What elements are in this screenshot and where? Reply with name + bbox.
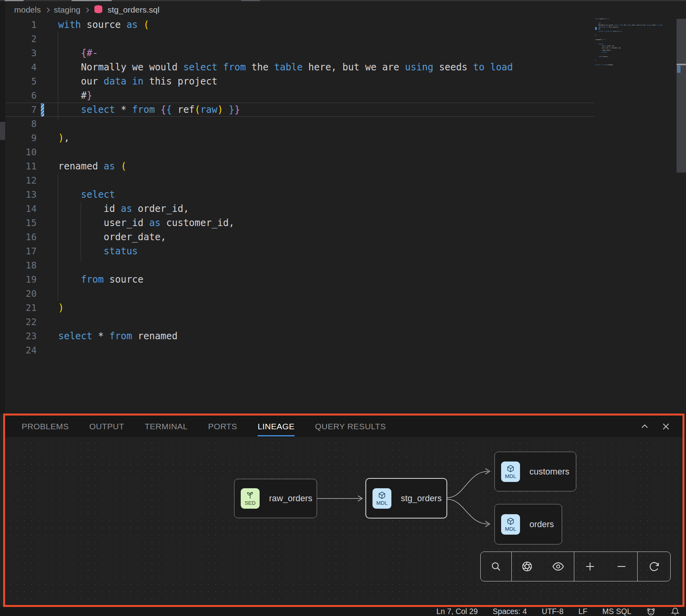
code-line[interactable]: 14 id as order_id, (0, 202, 595, 216)
code-line[interactable]: 9), (0, 131, 595, 145)
line-number: 15 (0, 216, 37, 230)
line-number: 8 (0, 117, 37, 131)
collapse-panel-chevron-up-icon[interactable] (640, 422, 649, 431)
cursor-position[interactable]: Ln 7, Col 29 (436, 607, 478, 616)
code-line[interactable]: 8 (0, 117, 595, 131)
refresh-button[interactable] (648, 561, 660, 572)
code-line[interactable]: 1with source as ( (0, 18, 595, 32)
breadcrumb-item-file[interactable]: stg_orders.sql (107, 5, 159, 15)
language-mode[interactable]: MS SQL (602, 607, 631, 616)
code-line[interactable]: 15 user_id as customer_id, (0, 216, 595, 230)
line-number: 14 (0, 202, 37, 216)
tab-ports[interactable]: PORTS (208, 422, 237, 431)
line-number: 1 (0, 18, 37, 32)
eol-setting[interactable]: LF (579, 607, 588, 616)
code-line[interactable]: 2 (0, 32, 595, 46)
code-line[interactable]: 23select * from renamed (0, 329, 595, 343)
line-number: 16 (0, 230, 37, 244)
node-badge: MDL (505, 526, 516, 532)
tab-output[interactable]: OUTPUT (89, 422, 124, 431)
code-line[interactable]: 16 order_date, (0, 230, 595, 244)
lineage-node-customers[interactable]: MDL customers (494, 452, 576, 491)
breadcrumb-item-models[interactable]: models (14, 5, 41, 15)
seed-icon: SED (241, 488, 260, 509)
code-line[interactable]: 22 (0, 315, 595, 329)
code-line[interactable]: 11renamed as ( (0, 159, 595, 173)
node-badge: MDL (376, 500, 388, 506)
lineage-node-orders[interactable]: MDL orders (494, 504, 562, 544)
modified-line-marker (41, 103, 44, 116)
line-number: 2 (0, 32, 37, 46)
indentation-setting[interactable]: Spaces: 4 (493, 607, 527, 616)
line-number: 5 (0, 74, 37, 88)
robot-face-icon[interactable] (646, 607, 656, 616)
line-number: 3 (0, 46, 37, 60)
line-number: 20 (0, 287, 37, 301)
code-line[interactable]: 24 (0, 343, 595, 357)
minimap[interactable]: 1with source as (23 {#-4 Normally we wou… (595, 18, 674, 73)
tab-problems[interactable]: PROBLEMS (22, 422, 69, 431)
line-number: 18 (0, 258, 37, 272)
code-line[interactable]: 21) (0, 301, 595, 315)
zoom-in-button[interactable] (584, 561, 596, 572)
lineage-toolbar (480, 552, 671, 581)
lineage-node-stg_orders[interactable]: MDL stg_orders (365, 478, 447, 519)
tab-terminal[interactable]: TERMINAL (145, 422, 188, 431)
visibility-button[interactable] (552, 560, 564, 573)
node-badge: MDL (505, 473, 516, 479)
search-icon (490, 561, 502, 572)
minus-icon (616, 561, 627, 572)
indent-guide (81, 202, 81, 261)
search-button[interactable] (490, 561, 502, 572)
model-icon: MDL (373, 488, 391, 509)
model-icon: MDL (501, 514, 520, 535)
lineage-canvas[interactable]: SED raw_orders MDL stg_orders MDL custom… (5, 437, 682, 605)
overview-modified-marker (677, 66, 680, 73)
line-number: 4 (0, 60, 37, 74)
code-line[interactable]: 17 status (0, 244, 595, 258)
code-line[interactable]: 19 from source (0, 272, 595, 287)
line-number: 10 (0, 145, 37, 159)
code-editor[interactable]: 1with source as (23 {#-4 Normally we wou… (0, 18, 595, 414)
code-line: 24 (595, 66, 673, 68)
lineage-node-raw_orders[interactable]: SED raw_orders (234, 479, 317, 518)
code-line[interactable]: 13 select (0, 188, 595, 202)
code-line[interactable]: 18 (0, 258, 595, 272)
minimap-modified-marker (595, 27, 597, 30)
zoom-out-button[interactable] (616, 561, 627, 572)
line-number: 12 (0, 173, 37, 188)
line-number: 13 (0, 188, 37, 202)
model-icon: MDL (501, 462, 520, 482)
line-number: 23 (0, 329, 37, 343)
editor-scrollbar[interactable] (677, 19, 686, 173)
encoding[interactable]: UTF-8 (542, 607, 563, 616)
database-icon (93, 5, 103, 15)
line-number: 9 (0, 131, 37, 145)
plus-icon (584, 561, 596, 572)
line-number: 22 (0, 315, 37, 329)
tab-lineage[interactable]: LINEAGE (258, 422, 295, 431)
line-number: 17 (0, 244, 37, 258)
node-label: stg_orders (401, 493, 442, 504)
current-line-highlight (6, 103, 595, 117)
code-line[interactable]: 4 Normally we would select from the tabl… (0, 60, 595, 74)
code-line[interactable]: 6 #} (0, 88, 595, 103)
code-line[interactable]: 5 our data in this project (0, 74, 595, 88)
code-line[interactable]: 20 (0, 287, 595, 301)
bell-icon[interactable] (671, 607, 680, 616)
tab-query-results[interactable]: QUERY RESULTS (315, 422, 386, 431)
status-bar: Ln 7, Col 29 Spaces: 4 UTF-8 LF MS SQL (0, 607, 686, 616)
line-number: 24 (0, 343, 37, 357)
node-label: raw_orders (269, 493, 312, 504)
code-line[interactable]: 12 (0, 173, 595, 188)
chevron-right-icon (85, 7, 90, 13)
code-line[interactable]: 10 (0, 145, 595, 159)
line-number: 11 (0, 159, 37, 173)
node-label: customers (529, 467, 569, 477)
code-line[interactable]: 3 {#- (0, 46, 595, 60)
node-badge: SED (245, 500, 256, 506)
indent-guide (58, 173, 58, 301)
aperture-button[interactable] (521, 561, 533, 572)
breadcrumb-item-staging[interactable]: staging (54, 5, 81, 15)
close-panel-icon[interactable] (661, 422, 671, 431)
